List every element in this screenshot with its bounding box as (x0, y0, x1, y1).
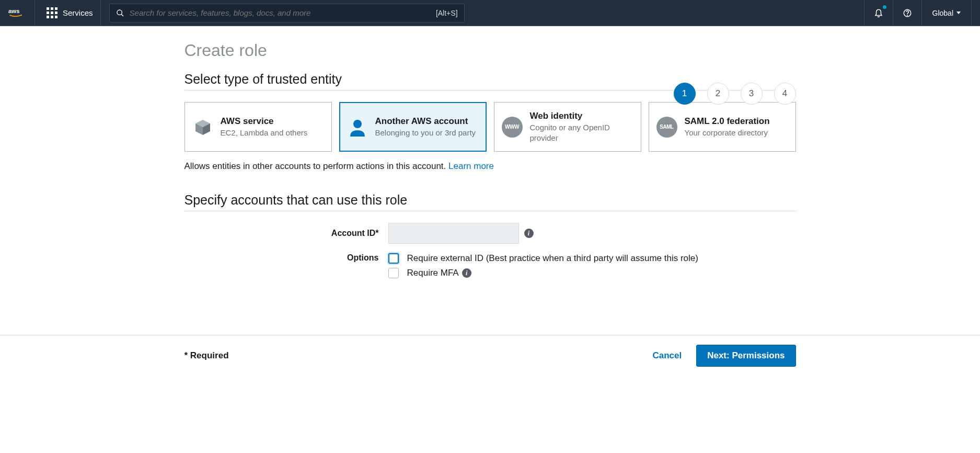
option-mfa-label: Require MFA (407, 268, 459, 278)
services-label: Services (63, 8, 93, 17)
svg-point-1 (117, 10, 122, 15)
svg-line-2 (121, 14, 123, 16)
step-3[interactable]: 3 (741, 83, 763, 105)
card-subtitle: EC2, Lambda and others (221, 128, 308, 138)
entity-card-saml[interactable]: SAML SAML 2.0 federation Your corporate … (649, 102, 796, 152)
info-icon[interactable] (462, 268, 471, 278)
aws-logo[interactable]: aws (8, 0, 35, 26)
cube-icon (192, 117, 213, 138)
region-selector[interactable]: Global (921, 0, 972, 26)
checkbox-external-id[interactable] (388, 253, 399, 264)
card-subtitle: Belonging to you or 3rd party (375, 128, 476, 138)
entity-card-another-account[interactable]: Another AWS account Belonging to you or … (339, 102, 487, 152)
required-note: * Required (185, 350, 229, 361)
bell-icon (874, 8, 883, 18)
entity-card-web-identity[interactable]: WWW Web identity Cognito or any OpenID p… (494, 102, 641, 152)
search-shortcut-hint: [Alt+S] (436, 9, 458, 17)
search-icon (116, 9, 124, 17)
notifications-button[interactable] (864, 0, 893, 26)
card-title: Web identity (530, 111, 633, 121)
account-id-label: Account ID* (185, 229, 388, 238)
step-4[interactable]: 4 (774, 83, 796, 105)
entity-type-cards: AWS service EC2, Lambda and others Anoth… (185, 102, 796, 152)
wizard-footer: * Required Cancel Next: Permissions (0, 335, 980, 376)
card-subtitle: Cognito or any OpenID provider (530, 122, 633, 143)
svg-point-4 (907, 15, 907, 16)
svg-point-5 (353, 120, 362, 128)
card-title: Another AWS account (375, 116, 476, 127)
step-1[interactable]: 1 (674, 83, 696, 105)
step-indicator: 1 2 3 4 (674, 83, 796, 105)
options-label: Options (185, 253, 388, 263)
next-permissions-button[interactable]: Next: Permissions (696, 345, 795, 367)
info-icon[interactable] (524, 229, 534, 238)
section-specify-accounts-title: Specify accounts that can use this role (185, 192, 796, 211)
learn-more-link[interactable]: Learn more (448, 161, 494, 171)
card-title: AWS service (221, 116, 308, 127)
help-button[interactable] (893, 0, 921, 26)
person-icon (347, 117, 368, 138)
help-icon (903, 8, 912, 18)
cancel-button[interactable]: Cancel (652, 350, 682, 361)
top-nav: aws Services [Alt+S] Global (0, 0, 980, 26)
page-title: Create role (185, 41, 796, 60)
checkbox-mfa[interactable] (388, 268, 399, 278)
account-id-input[interactable] (388, 223, 519, 244)
saml-icon: SAML (656, 117, 677, 138)
search-bar[interactable]: [Alt+S] (109, 4, 465, 22)
step-2[interactable]: 2 (707, 83, 729, 105)
card-title: SAML 2.0 federation (685, 116, 770, 127)
www-icon: WWW (502, 117, 523, 138)
entity-description: Allows entities in other accounts to per… (185, 161, 796, 172)
search-input[interactable] (130, 8, 431, 17)
notification-dot (883, 5, 886, 9)
svg-text:aws: aws (8, 8, 20, 14)
option-external-id-label: Require external ID (Best practice when … (407, 253, 698, 264)
services-menu[interactable]: Services (39, 0, 101, 26)
entity-card-aws-service[interactable]: AWS service EC2, Lambda and others (185, 102, 332, 152)
region-label: Global (932, 9, 953, 17)
grid-icon (47, 7, 57, 18)
chevron-down-icon (956, 12, 961, 14)
card-subtitle: Your corporate directory (685, 128, 770, 138)
